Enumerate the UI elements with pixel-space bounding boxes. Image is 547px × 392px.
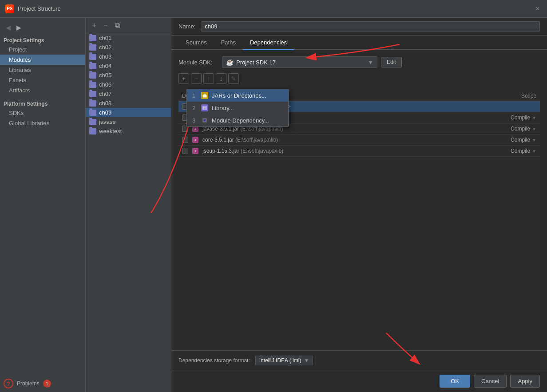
scope-chevron-core: ▼ [532,138,536,143]
storage-chevron-icon: ▼ [304,357,309,364]
remove-module-button[interactable]: − [101,20,111,30]
sidebar-item-artifacts[interactable]: Artifacts [0,85,85,95]
back-arrow[interactable]: ◀ [4,23,12,32]
add-dep-button[interactable]: + [178,73,189,84]
app-icon: PS [5,4,14,13]
folder-icon [89,54,96,60]
tab-dependencies[interactable]: Dependencies [243,36,294,50]
module-item-ch04[interactable]: ch04 [86,61,171,71]
dropdown-num-1: 1 [192,92,198,99]
move-up-button[interactable]: ↑ [203,73,214,84]
folder-icon [89,44,96,51]
tab-sources[interactable]: Sources [178,36,214,50]
help-button[interactable]: ? [4,379,13,388]
close-button[interactable]: × [534,5,542,13]
folder-icon [89,119,96,125]
project-settings-title: Project Settings [0,36,85,44]
dropdown-label-jars: JARs or Directories... [212,92,266,99]
svg-rect-4 [203,107,206,107]
folder-icon [89,91,96,97]
dep-toolbar: + − ↑ ↓ ✎ [171,70,547,87]
add-module-button[interactable]: + [89,20,99,30]
add-dependency-dropdown: 1 JARs or Directories... 2 Library... 3 … [186,89,289,127]
col-header-scope: Scope [492,93,536,99]
nav-arrows: ◀ ▶ [0,21,85,36]
dep-scope-tika[interactable]: Compile ▼ [492,115,536,121]
problems-badge: 1 [43,380,51,388]
module-item-javase[interactable]: javase [86,117,171,127]
jar-dep-icon-jsoup: J [192,147,199,154]
forward-arrow[interactable]: ▶ [14,23,23,32]
edit-dep-button[interactable]: ✎ [228,73,239,84]
scope-text-javase: Compile [511,126,530,132]
tab-paths[interactable]: Paths [214,36,243,50]
apply-button[interactable]: Apply [510,375,540,388]
dropdown-item-jars[interactable]: 1 JARs or Directories... [187,89,288,102]
sidebar-item-sdks[interactable]: SDKs [0,108,85,118]
dep-scope-jsoup[interactable]: Compile ▼ [492,148,536,154]
move-down-button[interactable]: ↓ [216,73,226,84]
platform-settings-title: Platform Settings [0,99,85,108]
module-item-ch09[interactable]: ch09 [86,108,171,117]
storage-value: IntelliJ IDEA (.iml) [259,357,301,364]
dropdown-label-module-dep: Module Dependency... [212,117,269,124]
scope-chevron-jsoup: ▼ [532,149,536,154]
scope-text-jsoup: Compile [511,148,530,154]
dep-scope-javase[interactable]: Compile ▼ [492,126,536,132]
storage-bar: Dependencies storage format: IntelliJ ID… [171,351,547,370]
dep-row-jsoup[interactable]: J jsoup-1.15.3.jar (E:\soft\javapa\lib) … [178,146,540,157]
dep-checkbox-core[interactable] [182,137,188,143]
folder-icon [89,100,96,107]
dropdown-item-module-dep[interactable]: 3 Module Dependency... [187,114,288,127]
jars-icon [201,92,208,99]
module-dep-icon [201,117,208,124]
sdk-edit-button[interactable]: Edit [381,57,402,67]
module-item-ch07[interactable]: ch07 [86,89,171,99]
sidebar-item-global-libraries[interactable]: Global Libraries [0,118,85,128]
sidebar-item-project[interactable]: Project [0,44,85,55]
module-item-ch06[interactable]: ch06 [86,80,171,89]
sdk-row: Module SDK: ☕ Project SDK 17 ▼ Edit [171,55,547,70]
cancel-button[interactable]: Cancel [474,375,507,388]
folder-icon [89,63,96,69]
action-buttons: OK Cancel Apply [171,370,547,392]
folder-icon [89,128,96,135]
dropdown-item-library[interactable]: 2 Library... [187,102,288,114]
folder-icon [89,82,96,88]
storage-select[interactable]: IntelliJ IDEA (.iml) ▼ [255,356,313,365]
dropdown-label-library: Library... [212,105,234,111]
module-item-ch03[interactable]: ch03 [86,52,171,61]
svg-rect-5 [203,108,206,108]
copy-module-button[interactable]: ⧉ [112,20,122,30]
dep-name-jsoup: jsoup-1.15.3.jar (E:\soft\javapa\lib) [202,148,488,154]
sidebar-item-modules[interactable]: Modules [0,55,85,65]
dep-checkbox-jsoup[interactable] [182,148,188,154]
dropdown-num-3: 3 [192,117,198,124]
name-input[interactable] [201,21,540,32]
sidebar-item-libraries[interactable]: Libraries [0,65,85,75]
ok-button[interactable]: OK [440,375,470,388]
sdk-chevron-icon: ▼ [368,59,373,66]
module-list: + − ⧉ ch01 ch02 ch03 ch04 ch05 ch06 [86,18,171,392]
titlebar: PS Project Structure × [0,0,547,18]
svg-rect-6 [203,109,205,109]
module-item-weektest[interactable]: weektest [86,127,171,136]
remove-dep-button[interactable]: − [191,73,202,84]
project-settings-sidebar: ◀ ▶ Project Settings Project Modules Lib… [0,18,86,392]
module-item-ch05[interactable]: ch05 [86,71,171,80]
module-name-header: Name: [171,18,547,36]
folder-icon [89,110,96,116]
module-item-ch01[interactable]: ch01 [86,33,171,43]
problems-label: Problems [17,380,40,387]
scope-text-core: Compile [511,137,530,143]
folder-icon [89,35,96,41]
dep-scope-core[interactable]: Compile ▼ [492,137,536,143]
sidebar-item-facets[interactable]: Facets [0,75,85,85]
module-item-ch08[interactable]: ch08 [86,99,171,108]
dep-row-core[interactable]: J core-3.5.1.jar (E:\soft\javapa\lib) Co… [178,135,540,146]
svg-rect-8 [203,119,206,122]
module-item-ch02[interactable]: ch02 [86,43,171,52]
scope-text-tika: Compile [511,115,530,121]
name-label: Name: [178,23,195,30]
sdk-select[interactable]: ☕ Project SDK 17 ▼ [222,56,377,68]
